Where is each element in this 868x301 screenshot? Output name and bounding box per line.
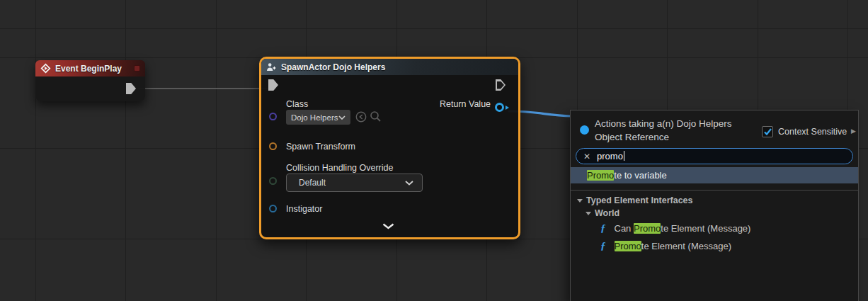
- chevron-down-icon: [405, 181, 413, 186]
- context-sensitive-label: Context Sensitive: [778, 127, 847, 137]
- submenu-arrow-icon[interactable]: ▶: [851, 127, 856, 135]
- result-rest-text: te to variable: [614, 170, 666, 181]
- spawn-transform-label: Spawn Transform: [286, 142, 355, 152]
- expander-triangle-icon[interactable]: [577, 199, 583, 203]
- collision-override-dropdown[interactable]: Default: [286, 174, 423, 192]
- context-sensitive-checkbox[interactable]: [762, 126, 773, 137]
- collision-override-pin[interactable]: [269, 177, 277, 185]
- tree-group-world[interactable]: World: [586, 208, 619, 218]
- spawn-transform-pin[interactable]: [269, 142, 277, 150]
- text-caret: [624, 151, 624, 161]
- instigator-pin[interactable]: [269, 205, 277, 212]
- pin-type-dot-icon: [580, 125, 589, 135]
- function-icon: ƒ: [600, 222, 606, 234]
- promote-to-variable-item[interactable]: Promote to variable: [571, 167, 858, 183]
- match-highlight: Promo: [615, 241, 641, 251]
- collision-override-value: Default: [299, 178, 326, 188]
- tree-group-typed-element-interfaces[interactable]: Typed Element Interfaces: [577, 195, 693, 205]
- chevron-down-icon: [338, 115, 346, 120]
- match-highlight: Promo: [587, 170, 614, 181]
- action-menu-title-line2: Object Reference: [595, 130, 768, 144]
- clear-search-icon[interactable]: ✕: [583, 152, 590, 161]
- spawnactor-node-header[interactable]: SpawnActor Dojo Helpers: [261, 59, 518, 75]
- event-node-badge: [134, 65, 140, 72]
- spawnactor-node-title: SpawnActor Dojo Helpers: [281, 62, 385, 72]
- node-expand-chevron-icon[interactable]: [382, 223, 394, 229]
- search-input-value: promo: [597, 151, 624, 161]
- spawnactor-node[interactable]: SpawnActor Dojo Helpers Class Dojo Helpe…: [259, 57, 520, 239]
- match-highlight: Promo: [634, 223, 661, 234]
- menu-divider: [571, 190, 858, 191]
- return-value-pin-arrow: [506, 106, 509, 110]
- action-item-promote-element[interactable]: ƒ Promote Element (Message): [600, 240, 731, 252]
- action-menu-title-line1: Actions taking a(n) Dojo Helpers: [595, 117, 768, 130]
- class-pin-label: Class: [286, 99, 308, 109]
- class-select-dropdown[interactable]: Dojo Helpers: [286, 110, 350, 125]
- event-node-header[interactable]: Event BeginPlay: [35, 60, 145, 76]
- event-node-title: Event BeginPlay: [55, 64, 122, 74]
- class-select-value: Dojo Helpers: [291, 113, 338, 122]
- exec-out-pin[interactable]: [496, 79, 506, 91]
- exec-out-pin[interactable]: [126, 83, 136, 94]
- tree-subgroup-label: World: [595, 208, 619, 218]
- function-icon: ƒ: [600, 240, 606, 252]
- instigator-label: Instigator: [286, 204, 322, 214]
- return-value-label: Return Value: [440, 99, 491, 109]
- return-value-pin[interactable]: [495, 103, 504, 112]
- tree-group-label: Typed Element Interfaces: [586, 195, 693, 205]
- blueprint-graph-canvas[interactable]: Event BeginPlay SpawnActor Dojo Helpers …: [0, 0, 868, 301]
- use-selected-asset-icon[interactable]: [355, 111, 367, 123]
- exec-in-pin[interactable]: [268, 79, 278, 91]
- event-diamond-icon: [40, 63, 51, 74]
- expander-triangle-icon[interactable]: [586, 212, 591, 215]
- spawn-actor-icon: [266, 62, 277, 72]
- collision-override-label: Collision Handling Override: [286, 163, 393, 173]
- blueprint-action-menu: Actions taking a(n) Dojo Helpers Object …: [570, 110, 859, 301]
- class-pin[interactable]: [269, 113, 277, 120]
- action-menu-title: Actions taking a(n) Dojo Helpers Object …: [595, 117, 768, 144]
- action-item-can-promote-element[interactable]: ƒ Can Promote Element (Message): [600, 222, 750, 234]
- action-search-input[interactable]: ✕ promo: [576, 148, 853, 164]
- event-beginplay-node[interactable]: Event BeginPlay: [35, 60, 145, 101]
- browse-magnifier-icon[interactable]: [370, 110, 382, 123]
- checkmark-icon: [763, 127, 772, 136]
